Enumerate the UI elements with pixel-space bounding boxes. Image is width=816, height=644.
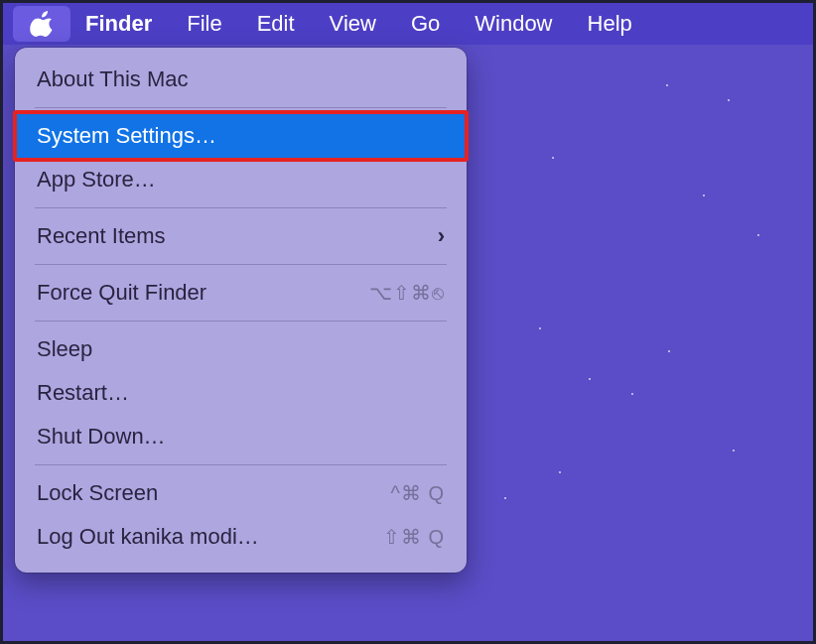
menubar: Finder File Edit View Go Window Help <box>3 3 813 45</box>
shortcut-label: ⇧⌘ Q <box>383 525 445 549</box>
menubar-window[interactable]: Window <box>463 6 564 42</box>
menu-separator <box>35 207 447 208</box>
apple-menu-button[interactable] <box>13 6 70 42</box>
star-dot <box>728 99 730 101</box>
menu-system-settings[interactable]: System Settings… <box>15 114 467 158</box>
menubar-view[interactable]: View <box>318 6 388 42</box>
chevron-right-icon: › <box>438 223 445 249</box>
menu-label: Force Quit Finder <box>37 280 206 306</box>
menubar-go[interactable]: Go <box>399 6 452 42</box>
apple-icon <box>30 11 54 37</box>
star-dot <box>668 350 670 352</box>
menu-label: Log Out kanika modi… <box>37 524 259 550</box>
star-dot <box>703 194 705 196</box>
menu-separator <box>35 321 447 322</box>
star-dot <box>539 327 541 329</box>
menu-separator <box>35 107 447 108</box>
menu-app-store[interactable]: App Store… <box>15 158 467 201</box>
menu-shut-down[interactable]: Shut Down… <box>15 415 467 458</box>
star-dot <box>666 84 668 86</box>
star-dot <box>631 393 633 395</box>
apple-menu-dropdown: About This Mac System Settings… App Stor… <box>15 48 467 573</box>
menu-about-this-mac[interactable]: About This Mac <box>15 58 467 101</box>
menu-separator <box>35 264 447 265</box>
menubar-app-name[interactable]: Finder <box>81 6 164 42</box>
menubar-help[interactable]: Help <box>576 6 644 42</box>
menu-label: System Settings… <box>37 123 216 149</box>
shortcut-label: ^⌘ Q <box>391 481 446 505</box>
menubar-file[interactable]: File <box>175 6 233 42</box>
star-dot <box>733 450 735 451</box>
star-dot <box>559 471 561 473</box>
menu-force-quit[interactable]: Force Quit Finder ⌥⇧⌘⎋ <box>15 271 467 315</box>
menu-separator <box>35 464 447 465</box>
star-dot <box>757 234 759 236</box>
menu-recent-items[interactable]: Recent Items › <box>15 214 467 258</box>
menu-label: App Store… <box>37 167 156 193</box>
menu-lock-screen[interactable]: Lock Screen ^⌘ Q <box>15 471 467 515</box>
menu-label: Shut Down… <box>37 424 166 450</box>
menu-sleep[interactable]: Sleep <box>15 327 467 371</box>
menu-label: About This Mac <box>37 66 188 92</box>
menu-label: Sleep <box>37 336 92 362</box>
menu-label: Recent Items <box>37 223 166 249</box>
star-dot <box>504 497 506 499</box>
menu-label: Lock Screen <box>37 480 158 506</box>
menu-log-out[interactable]: Log Out kanika modi… ⇧⌘ Q <box>15 515 467 559</box>
menubar-edit[interactable]: Edit <box>245 6 307 42</box>
star-dot <box>589 378 591 380</box>
menu-label: Restart… <box>37 380 129 406</box>
shortcut-label: ⌥⇧⌘⎋ <box>369 281 445 305</box>
star-dot <box>552 157 554 159</box>
menu-restart[interactable]: Restart… <box>15 371 467 415</box>
